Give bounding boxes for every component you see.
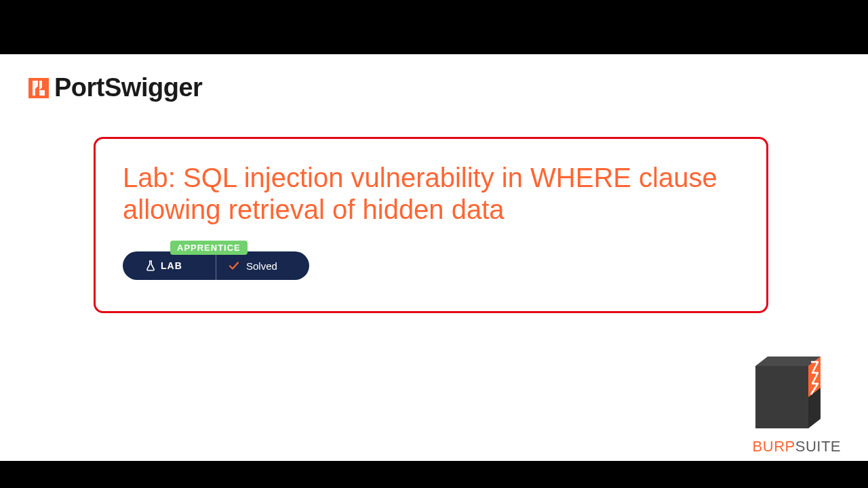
lab-title: Lab: SQL injection vulnerability in WHER… xyxy=(123,162,739,226)
difficulty-badge: APPRENTICE xyxy=(170,241,248,255)
burpsuite-label-part1: BURP xyxy=(753,438,795,455)
svg-marker-1 xyxy=(755,366,808,428)
brand-logo: PortSwigger xyxy=(28,73,202,102)
burpsuite-label-part2: SUITE xyxy=(795,438,841,455)
content-area: PortSwigger Lab: SQL injection vulnerabi… xyxy=(0,54,868,461)
brand-name: PortSwigger xyxy=(54,73,202,102)
check-icon xyxy=(229,260,239,271)
portswigger-icon xyxy=(28,78,49,98)
lab-badge-label: LAB xyxy=(161,260,182,271)
flask-icon xyxy=(146,260,155,271)
lab-card: Lab: SQL injection vulnerability in WHER… xyxy=(94,137,768,313)
burpsuite-box-icon xyxy=(743,355,838,435)
svg-rect-0 xyxy=(28,78,49,98)
lab-pill-left: LAB xyxy=(123,251,216,280)
burpsuite-logo: BURPSUITE xyxy=(743,355,841,455)
lab-status-pill[interactable]: LAB Solved xyxy=(123,251,309,280)
burpsuite-label: BURPSUITE xyxy=(753,438,841,455)
lab-pill-right: Solved xyxy=(216,260,277,272)
lab-status-area: APPRENTICE LAB Solve xyxy=(123,245,313,283)
lab-status-text: Solved xyxy=(246,260,277,272)
